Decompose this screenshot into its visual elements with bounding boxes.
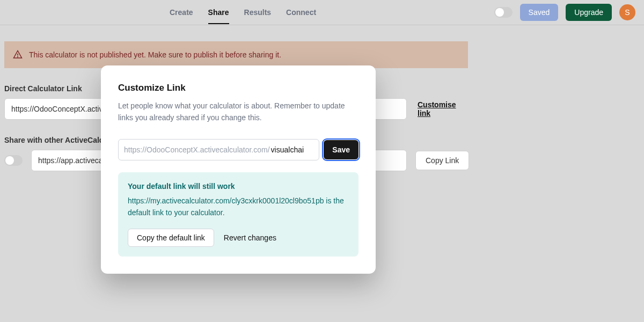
modal-info-title: Your default link will still work	[128, 182, 349, 191]
warning-icon	[13, 50, 23, 60]
upgrade-button[interactable]: Upgrade	[566, 4, 612, 21]
copy-default-button[interactable]: Copy the default link	[128, 229, 214, 247]
modal-info-box: Your default link will still work https:…	[118, 172, 358, 257]
customize-link-modal: Customize Link Let people know what your…	[101, 65, 376, 274]
avatar[interactable]: S	[619, 4, 635, 20]
save-button[interactable]: Save	[324, 140, 358, 159]
tab-connect[interactable]: Connect	[286, 1, 316, 24]
header-right: Saved Upgrade S	[494, 4, 635, 21]
modal-description: Let people know what your calculator is …	[118, 100, 358, 124]
saved-button[interactable]: Saved	[520, 4, 559, 21]
modal-input-wrapper[interactable]: https://OdooConceptX.activecalculator.co…	[118, 139, 319, 160]
tab-share[interactable]: Share	[208, 1, 229, 24]
customise-link[interactable]: Customise link	[418, 100, 463, 118]
revert-changes-link[interactable]: Revert changes	[224, 233, 276, 242]
modal-input-prefix: https://OdooConceptX.activecalculator.co…	[124, 145, 270, 154]
svg-point-1	[18, 56, 18, 57]
tab-results[interactable]: Results	[244, 1, 272, 24]
header: Create Share Results Connect Saved Upgra…	[0, 0, 644, 25]
modal-title: Customize Link	[118, 83, 358, 93]
modal-input-row: https://OdooConceptX.activecalculator.co…	[118, 139, 358, 160]
share-toggle[interactable]	[4, 155, 23, 166]
modal-slug-input[interactable]	[270, 145, 313, 154]
copy-link-button[interactable]: Copy Link	[415, 151, 469, 170]
modal-info-actions: Copy the default link Revert changes	[128, 229, 349, 247]
nav-tabs: Create Share Results Connect	[170, 1, 316, 24]
warning-banner: This calculator is not published yet. Ma…	[4, 41, 468, 68]
modal-info-text: https://my.activecalculator.com/cly3cxkr…	[128, 195, 349, 219]
publish-toggle[interactable]	[494, 7, 513, 18]
warning-text: This calculator is not published yet. Ma…	[29, 50, 281, 59]
tab-create[interactable]: Create	[170, 1, 193, 24]
